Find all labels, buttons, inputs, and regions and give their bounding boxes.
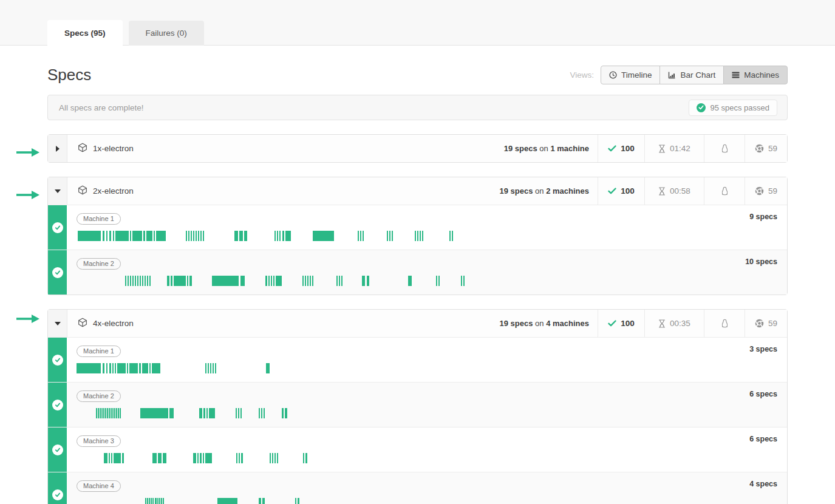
spec-bar-segment[interactable] bbox=[135, 276, 136, 286]
view-button-timeline[interactable]: Timeline bbox=[601, 66, 661, 84]
spec-bar-segment[interactable] bbox=[200, 453, 202, 463]
spec-bar-segment[interactable] bbox=[187, 276, 188, 286]
spec-bar-segment[interactable] bbox=[200, 231, 202, 241]
spec-bar-segment[interactable] bbox=[118, 408, 119, 418]
spec-bar-segment[interactable] bbox=[236, 408, 237, 418]
spec-bar-segment[interactable] bbox=[116, 408, 117, 418]
spec-bar-segment[interactable] bbox=[197, 453, 199, 463]
spec-bar-segment[interactable] bbox=[276, 276, 282, 286]
spec-bar-segment[interactable] bbox=[130, 231, 131, 241]
spec-bar-segment[interactable] bbox=[303, 453, 304, 463]
spec-bar-segment[interactable] bbox=[241, 453, 243, 463]
spec-bar-segment[interactable] bbox=[240, 276, 245, 286]
spec-bar-segment[interactable] bbox=[312, 276, 313, 286]
spec-bar-segment[interactable] bbox=[107, 408, 108, 418]
spec-bar-segment[interactable] bbox=[111, 453, 112, 463]
spec-bar-segment[interactable] bbox=[109, 363, 111, 373]
spec-bar-segment[interactable] bbox=[285, 231, 291, 241]
view-button-machines[interactable]: Machines bbox=[723, 66, 788, 84]
spec-bar-segment[interactable] bbox=[210, 363, 211, 373]
spec-bar-segment[interactable] bbox=[106, 363, 107, 373]
spec-bar-segment[interactable] bbox=[103, 363, 104, 373]
spec-bar-segment[interactable] bbox=[261, 408, 262, 418]
spec-bar-segment[interactable] bbox=[302, 276, 304, 286]
spec-bar-segment[interactable] bbox=[101, 408, 103, 418]
spec-bar-segment[interactable] bbox=[114, 453, 121, 463]
spec-bar-segment[interactable] bbox=[274, 231, 276, 241]
spec-bar-segment[interactable] bbox=[203, 408, 205, 418]
spec-bar-segment[interactable] bbox=[273, 276, 274, 286]
spec-bar-segment[interactable] bbox=[259, 408, 260, 418]
spec-bar-segment[interactable] bbox=[125, 276, 126, 286]
spec-bar-segment[interactable] bbox=[240, 408, 242, 418]
spec-bar-segment[interactable] bbox=[117, 363, 126, 373]
spec-bar-segment[interactable] bbox=[449, 231, 451, 241]
spec-bar-segment[interactable] bbox=[120, 408, 121, 418]
spec-bar-segment[interactable] bbox=[112, 363, 114, 373]
spec-bar-segment[interactable] bbox=[362, 276, 365, 286]
spec-bar-segment[interactable] bbox=[191, 231, 192, 241]
spec-bar-segment[interactable] bbox=[193, 231, 194, 241]
spec-bar-segment[interactable] bbox=[109, 453, 110, 463]
spec-bar-segment[interactable] bbox=[152, 363, 160, 373]
spec-bar-segment[interactable] bbox=[392, 231, 393, 241]
spec-bar-segment[interactable] bbox=[217, 498, 237, 504]
spec-bar-segment[interactable] bbox=[208, 363, 209, 373]
spec-bar-segment[interactable] bbox=[212, 276, 239, 286]
spec-bar-segment[interactable] bbox=[265, 276, 267, 286]
spec-bar-segment[interactable] bbox=[295, 498, 296, 504]
spec-bar-segment[interactable] bbox=[140, 276, 141, 286]
spec-bar-segment[interactable] bbox=[96, 408, 97, 418]
spec-bar-segment[interactable] bbox=[129, 363, 138, 373]
spec-bar-segment[interactable] bbox=[106, 231, 107, 241]
spec-bar-segment[interactable] bbox=[363, 231, 364, 241]
spec-bar-segment[interactable] bbox=[408, 276, 412, 286]
spec-bar-segment[interactable] bbox=[282, 231, 284, 241]
spec-bar-segment[interactable] bbox=[415, 231, 416, 241]
spec-bar-segment[interactable] bbox=[193, 453, 196, 463]
spec-bar-segment[interactable] bbox=[285, 408, 287, 418]
spec-bar-segment[interactable] bbox=[203, 231, 204, 241]
spec-bar-segment[interactable] bbox=[206, 408, 208, 418]
expand-toggle[interactable] bbox=[48, 135, 67, 162]
expand-toggle[interactable] bbox=[48, 310, 67, 337]
spec-bar-segment[interactable] bbox=[277, 453, 278, 463]
spec-bar-segment[interactable] bbox=[199, 408, 202, 418]
spec-bar-segment[interactable] bbox=[360, 231, 361, 241]
spec-bar-segment[interactable] bbox=[161, 498, 162, 504]
spec-bar-segment[interactable] bbox=[234, 231, 238, 241]
spec-bar-segment[interactable] bbox=[270, 453, 271, 463]
expand-toggle[interactable] bbox=[48, 177, 67, 205]
spec-bar-segment[interactable] bbox=[122, 453, 124, 463]
spec-bar-segment[interactable] bbox=[163, 498, 164, 504]
spec-bar-segment[interactable] bbox=[336, 276, 338, 286]
spec-bar-segment[interactable] bbox=[149, 498, 150, 504]
spec-bar-segment[interactable] bbox=[313, 231, 334, 241]
spec-bar-segment[interactable] bbox=[146, 231, 152, 241]
spec-bar-segment[interactable] bbox=[203, 453, 204, 463]
spec-bar-segment[interactable] bbox=[154, 231, 155, 241]
spec-bar-segment[interactable] bbox=[215, 363, 216, 373]
spec-bar-segment[interactable] bbox=[127, 363, 128, 373]
spec-bar-segment[interactable] bbox=[132, 276, 134, 286]
spec-bar-segment[interactable] bbox=[155, 498, 157, 504]
spec-bar-segment[interactable] bbox=[298, 498, 299, 504]
spec-bar-segment[interactable] bbox=[438, 276, 440, 286]
spec-bar-segment[interactable] bbox=[140, 408, 168, 418]
spec-bar-segment[interactable] bbox=[213, 363, 214, 373]
spec-bar-segment[interactable] bbox=[422, 231, 423, 241]
spec-bar-segment[interactable] bbox=[103, 408, 104, 418]
spec-bar-segment[interactable] bbox=[186, 231, 187, 241]
spec-bar-segment[interactable] bbox=[139, 363, 141, 373]
spec-bar-segment[interactable] bbox=[264, 408, 265, 418]
spec-bar-segment[interactable] bbox=[461, 276, 462, 286]
spec-bar-segment[interactable] bbox=[436, 276, 437, 286]
spec-bar-segment[interactable] bbox=[111, 408, 112, 418]
spec-bar-segment[interactable] bbox=[341, 276, 343, 286]
spec-bar-segment[interactable] bbox=[282, 408, 284, 418]
spec-bar-segment[interactable] bbox=[262, 498, 265, 504]
spec-bar-segment[interactable] bbox=[112, 408, 114, 418]
spec-bar-segment[interactable] bbox=[205, 453, 212, 463]
spec-bar-segment[interactable] bbox=[367, 276, 369, 286]
spec-bar-segment[interactable] bbox=[387, 231, 388, 241]
